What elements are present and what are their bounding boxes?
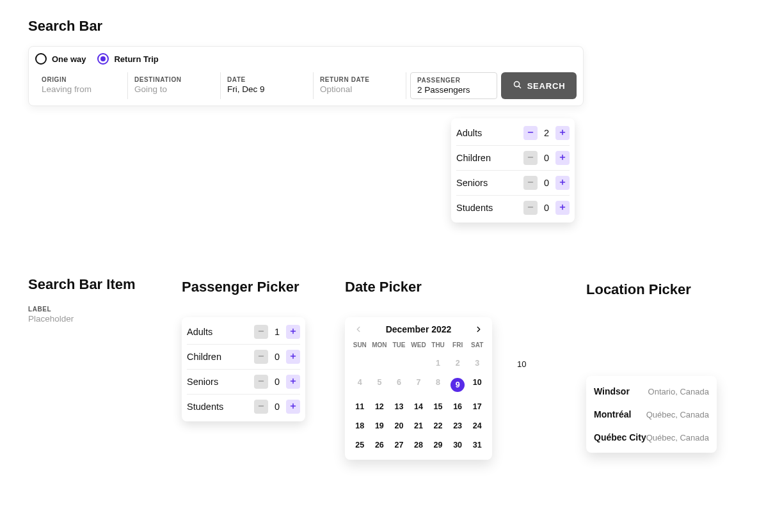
calendar-month-label: December 2022 [386,324,452,334]
return-date-field[interactable]: RETURN DATE Optional [314,72,406,99]
trip-type-return[interactable]: Return Trip [97,53,158,65]
location-item[interactable]: Québec CityQuébec, Canada [594,426,709,449]
plus-icon [289,326,297,338]
calendar-day[interactable]: 24 [467,419,487,433]
search-bar-title: Search Bar [28,18,584,35]
passenger-field[interactable]: PASSENGER 2 Passengers [410,72,497,99]
increment-button[interactable] [555,151,570,165]
origin-value: Leaving from [42,84,121,94]
calendar-day[interactable]: 31 [467,438,487,452]
passenger-row: Children0 [456,145,570,170]
calendar-day[interactable]: 23 [448,419,468,433]
passenger-row-controls: 0 [254,350,300,364]
minus-icon [527,177,534,189]
plus-icon [289,401,297,412]
calendar-day[interactable]: 11 [350,400,370,414]
passenger-row: Adults2 [456,121,570,145]
passenger-row-label: Students [187,402,223,412]
location-picker-title: Location Picker [586,281,717,298]
minus-icon [257,376,265,387]
calendar-day[interactable]: 30 [448,438,468,452]
passenger-row-label: Adults [456,128,482,138]
date-field[interactable]: DATE Fri, Dec 9 [221,72,314,99]
calendar-day[interactable]: 21 [409,419,429,433]
calendar-day[interactable]: 28 [409,438,429,452]
calendar-day[interactable]: 15 [428,400,448,414]
calendar-day[interactable]: 25 [350,438,370,452]
calendar-day[interactable]: 13 [389,400,409,414]
passenger-picker-card: Adults1Children0Seniors0Students0 [182,317,305,421]
calendar-day [409,356,429,370]
calendar-day[interactable]: 20 [389,419,409,433]
location-picker-card: WindsorOntario, CanadaMontréalQuébec, Ca… [586,376,717,453]
passenger-row-controls: 0 [523,151,570,165]
increment-button[interactable] [286,325,300,339]
calendar-day[interactable]: 18 [350,419,370,433]
passenger-row-controls: 0 [523,201,570,215]
prev-month-button[interactable] [353,324,364,335]
increment-button[interactable] [555,176,570,190]
day-of-week-header: WED [409,339,429,351]
plus-icon [289,351,297,363]
increment-button[interactable] [555,201,570,215]
calendar-day [350,356,370,370]
minus-icon [257,326,265,338]
passenger-row-label: Children [456,153,491,163]
calendar-day: 2 [448,356,468,370]
increment-button[interactable] [555,126,570,140]
passenger-row: Students0 [456,195,570,220]
radio-icon [35,53,47,65]
passenger-count: 2 [543,128,550,138]
chevron-right-icon [474,325,483,334]
location-item[interactable]: MontréalQuébec, Canada [594,403,709,426]
calendar-day[interactable]: 27 [389,438,409,452]
day-of-week-header: SUN [350,339,370,351]
minus-icon [257,401,265,412]
calendar-header: December 2022 [350,324,487,339]
decrement-button[interactable] [523,126,538,140]
search-button[interactable]: SEARCH [501,72,577,99]
trip-type-group: One way Return Trip [35,53,577,68]
minus-icon [527,202,534,214]
trip-type-return-label: Return Trip [114,54,158,64]
calendar-day[interactable]: 10 [467,375,487,395]
location-item[interactable]: WindsorOntario, Canada [594,380,709,403]
calendar-day[interactable]: 29 [428,438,448,452]
destination-value: Going to [134,84,214,94]
search-bar-card: One way Return Trip ORIGIN Leaving from … [28,46,584,106]
passenger-count: 0 [273,352,281,362]
passenger-row-controls: 2 [523,126,570,140]
passenger-row-label: Seniors [456,178,488,188]
stray-day-text: 10 [517,359,526,369]
increment-button[interactable] [286,400,300,414]
destination-field[interactable]: DESTINATION Going to [128,72,221,99]
search-bar-item-demo[interactable]: LABEL Placeholder [28,306,136,324]
passenger-count: 0 [543,178,550,188]
decrement-button [254,400,268,414]
calendar-day[interactable]: 26 [370,438,390,452]
return-date-label: RETURN DATE [320,76,399,83]
increment-button[interactable] [286,375,300,389]
day-of-week-header: MON [370,339,390,351]
search-bar-item-title: Search Bar Item [28,276,136,293]
passenger-count: 0 [543,203,550,213]
next-month-button[interactable] [473,324,484,335]
trip-type-one-way-label: One way [52,54,86,64]
sb-item-demo-placeholder: Placeholder [28,314,136,324]
calendar-day[interactable]: 12 [370,400,390,414]
calendar-day[interactable]: 19 [370,419,390,433]
trip-type-one-way[interactable]: One way [35,53,86,65]
passenger-row: Students0 [187,394,300,419]
passenger-row-controls: 0 [523,176,570,190]
date-value: Fri, Dec 9 [227,84,307,94]
increment-button[interactable] [286,350,300,364]
origin-field[interactable]: ORIGIN Leaving from [35,72,128,99]
passenger-row: Seniors0 [456,170,570,195]
calendar-day[interactable]: 14 [409,400,429,414]
calendar-day[interactable]: 17 [467,400,487,414]
calendar-day-selected[interactable]: 9 [448,375,468,395]
calendar-day[interactable]: 22 [428,419,448,433]
calendar-day [370,356,390,370]
calendar-day[interactable]: 16 [448,400,468,414]
decrement-button [523,151,538,165]
